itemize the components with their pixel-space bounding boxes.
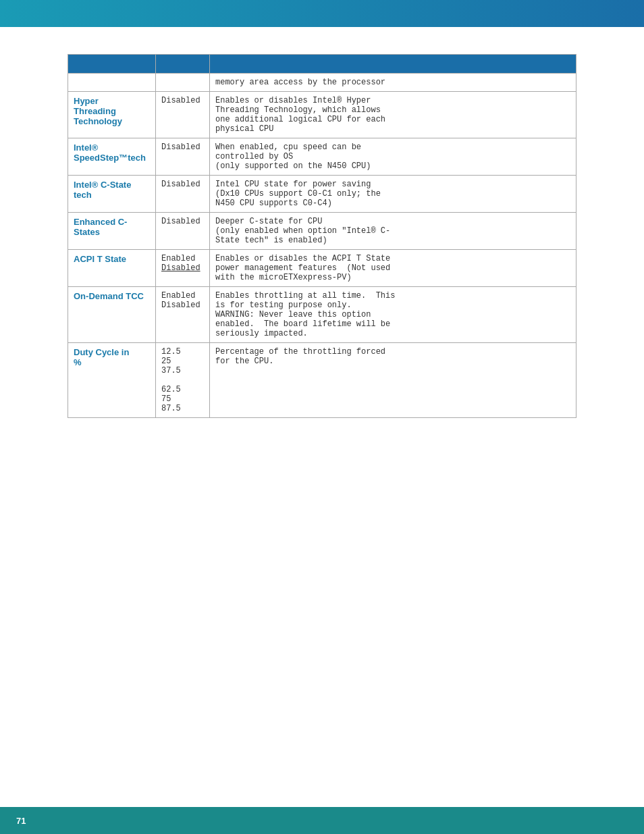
table-row: Intel®SpeedStep™tech Disabled When enabl… (68, 138, 576, 176)
page-number: 71 (16, 816, 26, 826)
description-cell: Intel CPU state for power saving(Dx10 CP… (210, 176, 576, 213)
footer-bar: 71 (0, 807, 644, 834)
feature-name-cell: HyperThreadingTechnology (68, 92, 156, 138)
description-cell: Enables throttling at all time. Thisis f… (210, 287, 576, 343)
table-row: ACPI T State EnabledDisabled Enables or … (68, 250, 576, 287)
header-cell-3 (210, 55, 576, 74)
table-row: Intel® C-Statetech Disabled Intel CPU st… (68, 176, 576, 213)
feature-name-cell: Intel®SpeedStep™tech (68, 138, 156, 176)
description-cell: Enables or disables the ACPI T Statepowe… (210, 250, 576, 287)
feature-name-cell: ACPI T State (68, 250, 156, 287)
table-row: On-Demand TCC EnabledDisabled Enables th… (68, 287, 576, 343)
options-cell: EnabledDisabled (156, 250, 210, 287)
options-cell: Disabled (156, 92, 210, 138)
description-cell: Deeper C-state for CPU(only enabled when… (210, 213, 576, 250)
feature-name-cell: Intel® C-Statetech (68, 176, 156, 213)
table-row: Enhanced C-States Disabled Deeper C-stat… (68, 213, 576, 250)
feature-name-cell: Enhanced C-States (68, 213, 156, 250)
feature-name-cell: Duty Cycle in% (68, 343, 156, 418)
table-header-row (68, 55, 576, 74)
options-cell: Disabled (156, 213, 210, 250)
options-cell: Disabled (156, 138, 210, 176)
options-cell: Disabled (156, 176, 210, 213)
feature-name-cell (68, 74, 156, 92)
header-cell-2 (156, 55, 210, 74)
feature-name-cell: On-Demand TCC (68, 287, 156, 343)
table-row: HyperThreadingTechnology Disabled Enable… (68, 92, 576, 138)
feature-table: memory area access by the processor Hype… (68, 54, 576, 418)
options-cell (156, 74, 210, 92)
description-cell: Enables or disables Intel® HyperThreadin… (210, 92, 576, 138)
description-cell: Percentage of the throttling forcedfor t… (210, 343, 576, 418)
table-row: memory area access by the processor (68, 74, 576, 92)
options-cell: EnabledDisabled (156, 287, 210, 343)
header-cell-1 (68, 55, 156, 74)
header-bar (0, 0, 644, 27)
description-cell: memory area access by the processor (210, 74, 576, 92)
options-cell: 12.52537.562.57587.5 (156, 343, 210, 418)
content-area: memory area access by the processor Hype… (0, 41, 644, 432)
description-cell: When enabled, cpu speed can becontrolled… (210, 138, 576, 176)
table-row: Duty Cycle in% 12.52537.562.57587.5 Perc… (68, 343, 576, 418)
